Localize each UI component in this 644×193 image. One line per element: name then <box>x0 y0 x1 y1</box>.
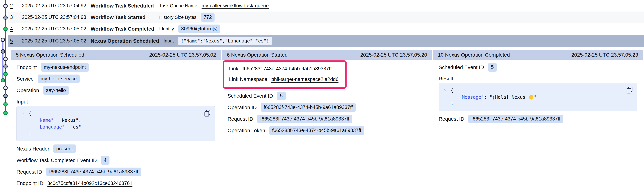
event-row[interactable]: 32025-02-25 UTC 23:57:04.93Workflow Task… <box>8 11 644 23</box>
event-row[interactable]: 52025-02-25 UTC 23:57:05.02Nexus Operati… <box>8 35 644 47</box>
panel-body: Linkf665283f-743e-4374-b45b-9a61a89337ff… <box>222 60 432 135</box>
event-name: Nexus Operation Scheduled <box>90 38 159 44</box>
event-status-dot-started[interactable] <box>1 50 5 53</box>
event-row[interactable]: 42025-02-25 UTC 23:57:05.02Workflow Task… <box>8 23 644 35</box>
json-close-brace: } <box>28 130 200 137</box>
field-row: Operationsay-hello <box>16 86 215 95</box>
field-row: Result <box>438 76 638 82</box>
event-status-dot-scheduled[interactable] <box>1 38 5 42</box>
json-value: "es" <box>70 124 81 130</box>
event-row[interactable]: 22025-02-25 UTC 23:57:04.92Workflow Task… <box>8 0 644 11</box>
copy-button[interactable] <box>204 109 211 118</box>
field-row: Endpoint ID3c0c75ccfa8144b092c13ce632463… <box>16 179 215 188</box>
event-id-link[interactable]: 4 <box>10 26 18 32</box>
event-detail-label: Input <box>164 38 174 44</box>
field-value-badge: say-hello <box>43 86 69 95</box>
field-value-badge: my-hello-service <box>38 74 80 83</box>
json-colon: : <box>65 124 70 130</box>
field-value-badge: 4 <box>101 156 110 165</box>
event-status-dot-completed[interactable] <box>4 103 7 106</box>
json-value: "Nexus", <box>59 118 81 123</box>
field-row: Scheduled Event ID5 <box>228 92 426 100</box>
annotation-highlight-box: Linkf665283f-743e-4374-b45b-9a61a89337ff… <box>223 60 346 89</box>
field-row: Servicemy-hello-service <box>16 74 215 83</box>
event-id-link[interactable]: 2 <box>10 3 18 8</box>
event-status-dot-completed[interactable] <box>4 27 7 31</box>
panel-header: 10 Nexus Operation Completed2025-02-25 U… <box>433 50 643 60</box>
json-key: "Message" <box>459 94 484 100</box>
event-status-dot-completed[interactable] <box>1 78 5 82</box>
field-value-badge: 5 <box>488 63 497 72</box>
event-timestamp: 2025-02-25 UTC 23:57:05.02 <box>22 26 86 32</box>
event-status-dot-started[interactable] <box>4 94 7 98</box>
field-label: Operation ID <box>228 105 257 110</box>
field-value-link[interactable]: f665283f-743e-4374-b45b-9a61a89337ff <box>242 66 332 72</box>
json-colon: : <box>484 94 490 100</box>
field-row: Workflow Task Completed Event ID4 <box>16 156 215 165</box>
json-line: "Name": "Nexus", <box>28 117 200 124</box>
field-label: Request ID <box>438 116 464 122</box>
event-status-dot-scheduled[interactable] <box>4 57 7 61</box>
json-value: "¡Hola! Nexus 👋" <box>490 94 537 100</box>
field-label: Link <box>229 66 238 72</box>
field-label: Nexus Header <box>16 146 49 152</box>
event-status-dot-started[interactable] <box>4 16 7 19</box>
field-row: Request IDf665283f-743e-4374-b45b-9a61a8… <box>438 115 638 123</box>
field-label: Endpoint <box>16 64 37 70</box>
event-id-link[interactable]: 3 <box>10 14 18 20</box>
field-row: Request IDf665283f-743e-4374-b45b-9a61a8… <box>16 168 215 176</box>
field-value-link[interactable]: phil-target-namespace2.a2dd6 <box>272 77 338 82</box>
field-value-badge: f665283f-743e-4374-b45b-9a61a89337ff <box>261 103 356 112</box>
event-group-details: 5 Nexus Operation Scheduled2025-02-25 UT… <box>11 50 643 190</box>
event-detail-value-link[interactable]: my-caller-workflow-task-queue <box>202 3 269 8</box>
copy-icon <box>626 86 633 94</box>
chevron-down-icon[interactable] <box>21 111 25 115</box>
field-value-link[interactable]: 3c0c75ccfa8144b092c13ce632463761 <box>47 181 132 186</box>
event-id-link[interactable]: 5 <box>10 38 18 44</box>
json-key: "Name" <box>37 118 54 123</box>
event-status-dot-completed[interactable] <box>4 111 7 115</box>
field-label: Input <box>16 99 28 105</box>
panel-body: Scheduled Event ID5Result{"Message": "¡H… <box>433 60 643 123</box>
json-colon: : <box>54 118 59 123</box>
event-status-dot-completed[interactable] <box>4 72 7 76</box>
field-label: Endpoint ID <box>16 180 43 186</box>
event-status-dot-scheduled[interactable] <box>4 4 7 8</box>
event-detail-label: History Size Bytes <box>159 15 196 20</box>
payload-code-block: {"Message": "¡Hola! Nexus 👋"} <box>438 83 638 111</box>
field-row: Input <box>16 99 215 105</box>
event-detail-value-badge: 772 <box>201 13 214 22</box>
event-status-dot-scheduled[interactable] <box>4 86 7 90</box>
field-row: Operation Tokenf665283f-743e-4374-b45b-9… <box>228 126 426 135</box>
payload-code-wrap: {"Name": "Nexus","Language": "es"} <box>16 106 215 141</box>
copy-button[interactable] <box>626 86 633 95</box>
field-value-badge: present <box>53 145 76 153</box>
field-value-badge: 5 <box>277 92 286 100</box>
event-status-dot-started[interactable] <box>4 65 7 68</box>
field-row: Endpointmy-nexus-endpoint <box>16 63 215 72</box>
event-timestamp: 2025-02-25 UTC 23:57:04.93 <box>22 14 86 20</box>
json-open-brace: { <box>451 87 622 94</box>
field-row: Operation IDf665283f-743e-4374-b45b-9a61… <box>228 103 426 112</box>
field-label: Operation <box>16 88 39 93</box>
field-value-badge: my-nexus-endpoint <box>41 63 89 72</box>
panel-title: 5 Nexus Operation Scheduled <box>16 52 84 58</box>
event-history-list: 22025-02-25 UTC 23:57:04.92Workflow Task… <box>8 0 644 47</box>
chevron-down-icon[interactable] <box>443 88 448 92</box>
payload-code-wrap: {"Message": "¡Hola! Nexus 👋"} <box>438 83 638 111</box>
event-detail-label: Identity <box>159 26 174 31</box>
event-timestamp: 2025-02-25 UTC 23:57:05.02 <box>22 38 86 44</box>
event-detail-panel: 10 Nexus Operation Completed2025-02-25 U… <box>433 50 643 190</box>
field-label: Link Namespace <box>229 76 267 82</box>
field-label: Workflow Task Completed Event ID <box>16 158 97 163</box>
field-label: Result <box>438 76 453 82</box>
field-label: Request ID <box>16 169 42 175</box>
field-row: Nexus Headerpresent <box>16 145 215 153</box>
event-timestamp: 2025-02-25 UTC 23:57:04.92 <box>22 3 86 8</box>
event-name: Workflow Task Completed <box>90 26 155 32</box>
panel-timestamp: 2025-02-25 UTC 23:57:05.02 <box>149 52 216 58</box>
panel-timestamp: 2025-02-25 UTC 23:57:05.23 <box>572 52 638 58</box>
field-label: Operation Token <box>228 128 265 134</box>
field-value-badge: f665283f-743e-4374-b45b-9a61a89337ff <box>257 115 352 123</box>
panel-timestamp: 2025-02-25 UTC 23:57:05.20 <box>360 52 427 58</box>
